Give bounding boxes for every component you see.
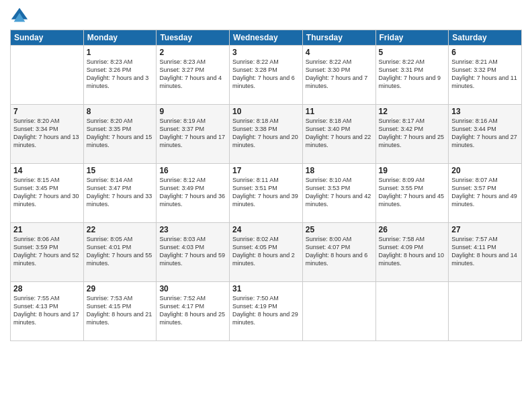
- calendar-day-cell: 2Sunrise: 8:23 AMSunset: 3:27 PMDaylight…: [157, 46, 230, 105]
- calendar-day-cell: 8Sunrise: 8:20 AMSunset: 3:35 PMDaylight…: [83, 105, 157, 164]
- day-info: Sunrise: 8:12 AMSunset: 3:49 PMDaylight:…: [159, 176, 226, 209]
- day-info: Sunrise: 8:02 AMSunset: 4:05 PMDaylight:…: [232, 235, 300, 268]
- day-number: 19: [379, 166, 446, 175]
- calendar-day-cell: [449, 282, 522, 341]
- day-info: Sunrise: 7:50 AMSunset: 4:19 PMDaylight:…: [232, 294, 300, 327]
- calendar-day-cell: [375, 282, 449, 341]
- calendar-day-cell: 18Sunrise: 8:10 AMSunset: 3:53 PMDayligh…: [302, 164, 375, 223]
- day-info: Sunrise: 8:17 AMSunset: 3:42 PMDaylight:…: [379, 117, 446, 150]
- calendar-day-cell: 16Sunrise: 8:12 AMSunset: 3:49 PMDayligh…: [157, 164, 230, 223]
- calendar-table: SundayMondayTuesdayWednesdayThursdayFrid…: [10, 30, 522, 341]
- day-number: 8: [87, 107, 154, 116]
- weekday-header: Monday: [83, 30, 157, 46]
- day-number: 21: [13, 225, 81, 234]
- header: [10, 7, 522, 26]
- day-info: Sunrise: 8:16 AMSunset: 3:44 PMDaylight:…: [451, 117, 519, 150]
- calendar-day-cell: 27Sunrise: 7:57 AMSunset: 4:11 PMDayligh…: [449, 223, 522, 282]
- day-info: Sunrise: 8:03 AMSunset: 4:03 PMDaylight:…: [159, 235, 226, 268]
- day-number: 22: [87, 225, 154, 234]
- calendar-day-cell: [11, 46, 84, 105]
- calendar-day-cell: 14Sunrise: 8:15 AMSunset: 3:45 PMDayligh…: [11, 164, 84, 223]
- day-info: Sunrise: 8:22 AMSunset: 3:28 PMDaylight:…: [232, 58, 300, 91]
- day-number: 16: [159, 166, 226, 175]
- day-number: 17: [232, 166, 300, 175]
- day-info: Sunrise: 8:15 AMSunset: 3:45 PMDaylight:…: [13, 176, 81, 209]
- day-number: 23: [159, 225, 226, 234]
- day-number: 3: [232, 48, 300, 57]
- calendar-day-cell: 10Sunrise: 8:18 AMSunset: 3:38 PMDayligh…: [230, 105, 303, 164]
- weekday-header: Wednesday: [230, 30, 303, 46]
- calendar-day-cell: 25Sunrise: 8:00 AMSunset: 4:07 PMDayligh…: [302, 223, 375, 282]
- calendar-day-cell: 31Sunrise: 7:50 AMSunset: 4:19 PMDayligh…: [230, 282, 303, 341]
- day-info: Sunrise: 8:14 AMSunset: 3:47 PMDaylight:…: [87, 176, 154, 209]
- day-number: 11: [306, 107, 373, 116]
- calendar-day-cell: 13Sunrise: 8:16 AMSunset: 3:44 PMDayligh…: [449, 105, 522, 164]
- weekday-header: Tuesday: [157, 30, 230, 46]
- calendar-day-cell: 30Sunrise: 7:52 AMSunset: 4:17 PMDayligh…: [157, 282, 230, 341]
- day-number: 20: [451, 166, 519, 175]
- day-info: Sunrise: 8:11 AMSunset: 3:51 PMDaylight:…: [232, 176, 300, 209]
- day-number: 18: [306, 166, 373, 175]
- day-number: 9: [159, 107, 226, 116]
- calendar-day-cell: 28Sunrise: 7:55 AMSunset: 4:13 PMDayligh…: [11, 282, 84, 341]
- day-info: Sunrise: 8:07 AMSunset: 3:57 PMDaylight:…: [451, 176, 519, 209]
- day-number: 12: [379, 107, 446, 116]
- day-number: 26: [379, 225, 446, 234]
- day-info: Sunrise: 8:23 AMSunset: 3:26 PMDaylight:…: [87, 58, 154, 91]
- weekday-header: Sunday: [11, 30, 84, 46]
- day-info: Sunrise: 8:00 AMSunset: 4:07 PMDaylight:…: [306, 235, 373, 268]
- day-number: 25: [306, 225, 373, 234]
- calendar-day-cell: 24Sunrise: 8:02 AMSunset: 4:05 PMDayligh…: [230, 223, 303, 282]
- day-number: 1: [87, 48, 154, 57]
- page: SundayMondayTuesdayWednesdayThursdayFrid…: [0, 0, 532, 411]
- day-number: 27: [451, 225, 519, 234]
- calendar-day-cell: 6Sunrise: 8:21 AMSunset: 3:32 PMDaylight…: [449, 46, 522, 105]
- calendar-day-cell: 22Sunrise: 8:05 AMSunset: 4:01 PMDayligh…: [83, 223, 157, 282]
- calendar-day-cell: 23Sunrise: 8:03 AMSunset: 4:03 PMDayligh…: [157, 223, 230, 282]
- day-info: Sunrise: 8:20 AMSunset: 3:34 PMDaylight:…: [13, 117, 81, 150]
- calendar-day-cell: 11Sunrise: 8:18 AMSunset: 3:40 PMDayligh…: [302, 105, 375, 164]
- calendar-day-cell: 26Sunrise: 7:58 AMSunset: 4:09 PMDayligh…: [375, 223, 449, 282]
- day-number: 4: [306, 48, 373, 57]
- day-number: 13: [451, 107, 519, 116]
- weekday-header: Thursday: [302, 30, 375, 46]
- calendar-day-cell: 12Sunrise: 8:17 AMSunset: 3:42 PMDayligh…: [375, 105, 449, 164]
- calendar-day-cell: 21Sunrise: 8:06 AMSunset: 3:59 PMDayligh…: [11, 223, 84, 282]
- calendar-week-row: 14Sunrise: 8:15 AMSunset: 3:45 PMDayligh…: [11, 164, 522, 223]
- day-info: Sunrise: 8:22 AMSunset: 3:31 PMDaylight:…: [379, 58, 446, 91]
- calendar-week-row: 21Sunrise: 8:06 AMSunset: 3:59 PMDayligh…: [11, 223, 522, 282]
- calendar-day-cell: 20Sunrise: 8:07 AMSunset: 3:57 PMDayligh…: [449, 164, 522, 223]
- logo: [10, 7, 30, 26]
- day-info: Sunrise: 7:55 AMSunset: 4:13 PMDaylight:…: [13, 294, 81, 327]
- day-info: Sunrise: 7:53 AMSunset: 4:15 PMDaylight:…: [87, 294, 154, 327]
- weekday-header: Friday: [375, 30, 449, 46]
- day-info: Sunrise: 8:23 AMSunset: 3:27 PMDaylight:…: [159, 58, 226, 91]
- calendar-day-cell: 29Sunrise: 7:53 AMSunset: 4:15 PMDayligh…: [83, 282, 157, 341]
- day-number: 7: [13, 107, 81, 116]
- calendar-header-row: SundayMondayTuesdayWednesdayThursdayFrid…: [11, 30, 522, 46]
- day-info: Sunrise: 7:57 AMSunset: 4:11 PMDaylight:…: [451, 235, 519, 268]
- calendar-day-cell: 1Sunrise: 8:23 AMSunset: 3:26 PMDaylight…: [83, 46, 157, 105]
- calendar-day-cell: 5Sunrise: 8:22 AMSunset: 3:31 PMDaylight…: [375, 46, 449, 105]
- calendar-day-cell: 19Sunrise: 8:09 AMSunset: 3:55 PMDayligh…: [375, 164, 449, 223]
- day-info: Sunrise: 8:18 AMSunset: 3:40 PMDaylight:…: [306, 117, 373, 150]
- day-info: Sunrise: 8:09 AMSunset: 3:55 PMDaylight:…: [379, 176, 446, 209]
- day-info: Sunrise: 7:52 AMSunset: 4:17 PMDaylight:…: [159, 294, 226, 327]
- day-info: Sunrise: 8:18 AMSunset: 3:38 PMDaylight:…: [232, 117, 300, 150]
- day-number: 30: [159, 284, 226, 293]
- day-info: Sunrise: 8:21 AMSunset: 3:32 PMDaylight:…: [451, 58, 519, 91]
- calendar-week-row: 1Sunrise: 8:23 AMSunset: 3:26 PMDaylight…: [11, 46, 522, 105]
- calendar-day-cell: 17Sunrise: 8:11 AMSunset: 3:51 PMDayligh…: [230, 164, 303, 223]
- day-number: 29: [87, 284, 154, 293]
- calendar-day-cell: 15Sunrise: 8:14 AMSunset: 3:47 PMDayligh…: [83, 164, 157, 223]
- day-info: Sunrise: 8:06 AMSunset: 3:59 PMDaylight:…: [13, 235, 81, 268]
- day-number: 31: [232, 284, 300, 293]
- calendar-week-row: 28Sunrise: 7:55 AMSunset: 4:13 PMDayligh…: [11, 282, 522, 341]
- day-number: 5: [379, 48, 446, 57]
- logo-icon: [10, 7, 29, 26]
- day-info: Sunrise: 8:10 AMSunset: 3:53 PMDaylight:…: [306, 176, 373, 209]
- calendar-day-cell: 4Sunrise: 8:22 AMSunset: 3:30 PMDaylight…: [302, 46, 375, 105]
- day-number: 24: [232, 225, 300, 234]
- day-info: Sunrise: 8:05 AMSunset: 4:01 PMDaylight:…: [87, 235, 154, 268]
- day-info: Sunrise: 7:58 AMSunset: 4:09 PMDaylight:…: [379, 235, 446, 268]
